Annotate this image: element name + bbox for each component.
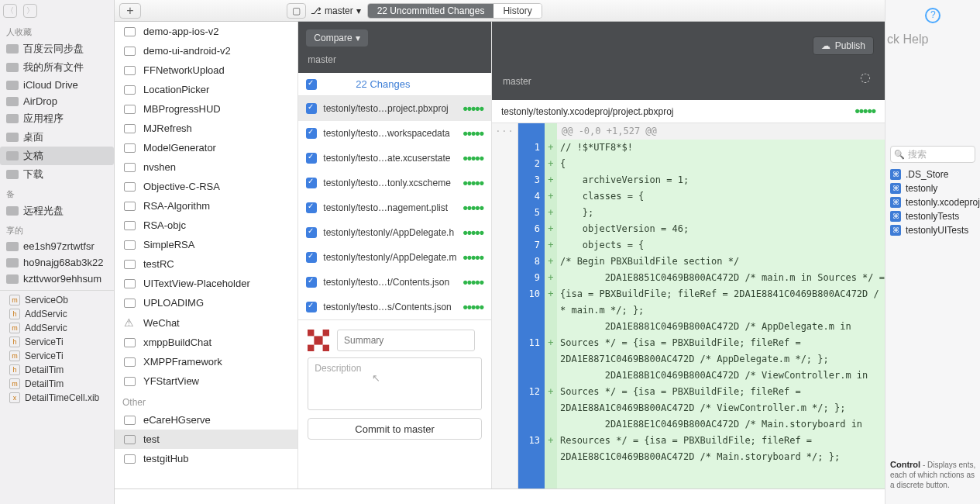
finder-item[interactable]: 应用程序 bbox=[0, 109, 114, 128]
svg-rect-3 bbox=[308, 345, 314, 351]
repo-item[interactable]: demo-ui-android-v2 bbox=[115, 41, 297, 60]
repo-item[interactable]: SimpleRSA bbox=[115, 235, 297, 254]
svg-rect-1 bbox=[323, 330, 329, 336]
repo-item[interactable]: RSA-Algorithm bbox=[115, 196, 297, 216]
changed-file-row[interactable]: testonly/testonly/AppDelegate.h••••• bbox=[298, 220, 491, 245]
changed-file-row[interactable]: testonly/testo…nagement.plist••••• bbox=[298, 195, 491, 220]
changed-file-row[interactable]: testonly/testo…workspacedata••••• bbox=[298, 121, 491, 146]
file-icon: ⌘ bbox=[890, 169, 901, 180]
diff-body[interactable]: ··· 12345678910111213 +++++++++++++ @@ -… bbox=[492, 123, 885, 488]
file-checkbox[interactable] bbox=[306, 302, 317, 312]
diff-status-icon: ••••• bbox=[462, 101, 483, 117]
repo-item[interactable]: WeChat bbox=[115, 312, 297, 333]
commit-description-input[interactable]: Description ↖ bbox=[308, 357, 482, 410]
repo-item[interactable]: testRC bbox=[115, 254, 297, 274]
compare-button[interactable]: Compare▾ bbox=[306, 29, 367, 47]
favorites-header: 人收藏 bbox=[0, 22, 114, 40]
xcode-file-item[interactable]: mAddServic bbox=[0, 321, 115, 335]
repo-item[interactable]: Objective-C-RSA bbox=[115, 177, 297, 196]
file-ext-icon: h bbox=[9, 337, 20, 347]
view-segmented-control[interactable]: 22 Uncommitted Changes History bbox=[367, 3, 542, 19]
repo-item[interactable]: xmppBuildChat bbox=[115, 333, 297, 352]
sync-icon[interactable]: ◌ bbox=[860, 70, 874, 92]
repo-icon bbox=[124, 143, 136, 153]
xcode-file-item[interactable]: xDetailTimeCell.xib bbox=[0, 391, 115, 405]
finder-nav: 〈 〉 bbox=[0, 0, 114, 22]
finder-item[interactable]: iCloud Drive bbox=[0, 77, 114, 93]
finder-item[interactable]: AirDrop bbox=[0, 93, 114, 109]
changed-file-row[interactable]: testonly/testo…project.pbxproj••••• bbox=[298, 96, 491, 121]
changed-file-row[interactable]: testonly/testo…ate.xcuserstate••••• bbox=[298, 146, 491, 171]
repo-item[interactable]: testgitHub bbox=[115, 449, 297, 468]
finder-item[interactable]: 我的所有文件 bbox=[0, 58, 114, 77]
tab-history[interactable]: History bbox=[493, 4, 541, 18]
repo-icon bbox=[124, 47, 136, 56]
file-checkbox[interactable] bbox=[306, 128, 317, 139]
repo-item[interactable]: UITextView-Placeholder bbox=[115, 274, 297, 293]
changed-file-row[interactable]: testonly/testonly/AppDelegate.m••••• bbox=[298, 245, 491, 270]
publish-button[interactable]: ☁ Publish bbox=[813, 36, 874, 55]
toggle-all-checkbox[interactable] bbox=[306, 79, 317, 90]
repo-icon bbox=[124, 85, 136, 95]
file-checkbox[interactable] bbox=[306, 178, 317, 188]
xcode-file-item[interactable]: mServiceOb bbox=[0, 293, 115, 307]
file-checkbox[interactable] bbox=[306, 202, 317, 213]
file-checkbox[interactable] bbox=[306, 153, 317, 164]
xcode-file-item[interactable]: hAddServic bbox=[0, 307, 115, 321]
repo-item[interactable]: LocationPicker bbox=[115, 80, 297, 99]
finder-item[interactable]: kzttvwor9ehhsum bbox=[0, 271, 114, 287]
add-repo-button[interactable]: + bbox=[119, 3, 141, 19]
search-input[interactable]: 搜索 bbox=[890, 146, 975, 163]
finder-item[interactable]: ee1sh97zrtwtfsr bbox=[0, 238, 114, 254]
xcode-file-item[interactable]: mDetailTim bbox=[0, 377, 115, 391]
finder-item[interactable]: ho9najg68ab3k22 bbox=[0, 254, 114, 271]
repo-item[interactable]: test bbox=[115, 430, 297, 449]
xcode-file-item[interactable]: hServiceTi bbox=[0, 335, 115, 349]
repo-item[interactable]: FFNetworkUpload bbox=[115, 60, 297, 80]
changed-file-row[interactable]: testonly/testo…t/Contents.json••••• bbox=[298, 270, 491, 295]
repo-item[interactable]: MBProgressHUD bbox=[115, 99, 297, 119]
computer-icon bbox=[124, 416, 136, 425]
file-checkbox[interactable] bbox=[306, 277, 317, 288]
cursor-icon: ↖ bbox=[372, 372, 380, 384]
project-file-item[interactable]: ⌘testonly bbox=[885, 181, 980, 195]
repo-item[interactable]: MJRefresh bbox=[115, 119, 297, 138]
repo-item[interactable]: YFStartView bbox=[115, 371, 297, 391]
changed-file-row[interactable]: testonly/testo…s/Contents.json••••• bbox=[298, 295, 491, 319]
project-file-item[interactable]: ⌘testonly.xcodeproj bbox=[885, 195, 980, 209]
repo-item[interactable]: nvshen bbox=[115, 157, 297, 177]
help-icon[interactable] bbox=[925, 8, 940, 23]
repo-item[interactable]: RSA-objc bbox=[115, 216, 297, 235]
back-button[interactable]: 〈 bbox=[3, 4, 17, 18]
forward-button[interactable]: 〉 bbox=[23, 4, 37, 18]
branch-selector[interactable]: ⎇ master ▾ bbox=[311, 5, 361, 16]
file-checkbox[interactable] bbox=[306, 227, 317, 238]
finder-item[interactable]: 百度云同步盘 bbox=[0, 40, 114, 58]
repo-item[interactable]: ModelGenerator bbox=[115, 138, 297, 157]
project-file-item[interactable]: ⌘testonlyTests bbox=[885, 209, 980, 223]
file-checkbox[interactable] bbox=[306, 252, 317, 263]
finder-item[interactable]: 远程光盘 bbox=[0, 202, 114, 220]
sidebar-toggle-button[interactable]: ▢ bbox=[287, 3, 306, 19]
repo-item[interactable]: demo-app-ios-v2 bbox=[115, 22, 297, 41]
folder-icon bbox=[6, 44, 19, 54]
xcode-file-item[interactable]: hDetailTim bbox=[0, 363, 115, 377]
commit-button[interactable]: Commit to master bbox=[308, 418, 482, 440]
folder-icon bbox=[6, 133, 19, 142]
repo-icon bbox=[124, 182, 136, 192]
finder-item[interactable]: 桌面 bbox=[0, 128, 114, 147]
tab-uncommitted[interactable]: 22 Uncommitted Changes bbox=[368, 4, 494, 18]
repo-item[interactable]: eCareHGserve bbox=[115, 410, 297, 430]
repo-item[interactable]: XMPPFramework bbox=[115, 352, 297, 371]
project-file-item[interactable]: ⌘testonlyUITests bbox=[885, 223, 980, 237]
repo-item[interactable]: UPLOADIMG bbox=[115, 293, 297, 312]
commit-form: Description ↖ Commit to master bbox=[298, 319, 491, 449]
repo-section-other: Other bbox=[115, 391, 297, 410]
file-checkbox[interactable] bbox=[306, 103, 317, 114]
commit-summary-input[interactable] bbox=[337, 330, 475, 351]
project-file-item[interactable]: ⌘.DS_Store bbox=[885, 167, 980, 181]
changed-file-row[interactable]: testonly/testo…tonly.xcscheme••••• bbox=[298, 171, 491, 195]
finder-item[interactable]: 下载 bbox=[0, 165, 114, 184]
finder-item[interactable]: 文稿 bbox=[0, 147, 114, 165]
xcode-file-item[interactable]: mServiceTi bbox=[0, 349, 115, 363]
